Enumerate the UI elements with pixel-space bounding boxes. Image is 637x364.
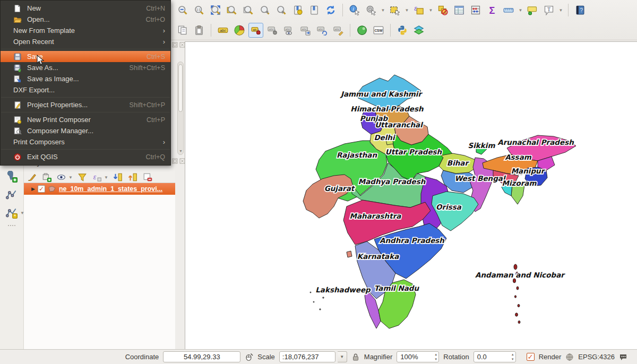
toolbar-separator [211, 24, 211, 37]
layer-diagram-icon[interactable] [232, 23, 247, 38]
scrollbar-down-icon[interactable]: ▼ [179, 149, 183, 153]
zoom-out-icon[interactable] [175, 3, 190, 18]
zoom-actual-icon[interactable]: 1:1 [192, 3, 206, 18]
measure-icon[interactable] [501, 3, 516, 18]
messages-icon[interactable] [619, 353, 627, 361]
rotation-label: Rotation [443, 353, 469, 361]
run-feature-action-icon[interactable] [364, 3, 378, 18]
add-delimited-text-layer-icon[interactable] [5, 170, 19, 184]
zoom-to-selection-icon[interactable] [241, 3, 256, 18]
show-bookmarks-icon[interactable] [307, 3, 322, 18]
measure-icon-dropdown[interactable]: ▼ [518, 3, 523, 18]
remove-layer-icon[interactable] [142, 171, 153, 183]
panel-float-icon[interactable] [172, 40, 178, 50]
layer-expand-icon[interactable]: ▶ [31, 186, 35, 192]
m-new-icon [13, 4, 22, 13]
crs-globe-icon[interactable] [565, 353, 574, 361]
menu-item-save-as[interactable]: Save As...Shift+Ctrl+S [1, 62, 170, 73]
expand-all-icon[interactable] [112, 171, 124, 183]
zoom-last-icon[interactable] [257, 3, 272, 18]
filter-by-expression-icon[interactable]: ε [91, 171, 103, 183]
menu-item-print-composers[interactable]: Print Composers› [1, 136, 170, 148]
layers-plugin-icon[interactable] [411, 23, 426, 38]
identify-features-icon[interactable]: i [347, 3, 362, 18]
collapse-all-icon[interactable] [127, 171, 139, 183]
layer-row[interactable]: ▶✓ne_10m_admin_1_states_provi... [24, 183, 175, 195]
m-open-icon [13, 15, 22, 24]
svg-text:T: T [547, 6, 550, 12]
scale-input[interactable]: :18,076,237 [279, 351, 335, 362]
menu-item-dxf-export[interactable]: DXF Export... [1, 84, 170, 96]
menu-item-project-properties[interactable]: Project Properties...Shift+Ctrl+P [1, 99, 170, 110]
statistical-summary-icon[interactable]: Σ [485, 3, 500, 18]
move-label-icon[interactable]: abc [298, 23, 313, 38]
state-label: Gujarat [324, 184, 355, 193]
magnifier-spinbox[interactable]: 100%▲▼ [397, 351, 439, 362]
quickmapservices-icon[interactable] [355, 23, 369, 38]
paste-style-icon[interactable] [192, 23, 206, 38]
text-annotation-icon-dropdown[interactable]: ▼ [558, 3, 564, 18]
toolbar-separator [350, 24, 350, 37]
change-label-icon[interactable]: abc [331, 23, 346, 38]
copy-style-icon[interactable] [175, 23, 190, 38]
coordinate-label: Coordinate [125, 353, 159, 361]
menu-item-new-from-template[interactable]: New From Template› [1, 25, 170, 36]
lock-scale-icon[interactable] [351, 353, 360, 361]
new-shapefile-layer-icon[interactable] [5, 188, 19, 202]
toolbar-grip[interactable] [8, 225, 15, 226]
menu-item-save-as-image[interactable]: Save as Image... [1, 73, 170, 84]
open-attribute-table-icon[interactable] [452, 3, 467, 18]
select-features-icon-dropdown[interactable]: ▼ [404, 3, 410, 18]
menu-item-open[interactable]: Open...Ctrl+O [1, 14, 170, 25]
metasearch-csw-icon[interactable]: CSW [371, 23, 386, 38]
menu-item-exit-qgis[interactable]: Exit QGISCtrl+Q [1, 151, 170, 162]
menu-item-save[interactable]: SaveCtrl+S [1, 51, 170, 62]
submenu-arrow-icon: › [163, 27, 165, 34]
refresh-icon[interactable] [323, 3, 338, 18]
coordinate-input[interactable]: 54.99,29.33 [163, 351, 240, 362]
select-by-expression-icon[interactable]: ε [411, 3, 426, 18]
zoom-full-icon[interactable] [208, 3, 223, 18]
rotate-label-icon[interactable]: abc [314, 23, 329, 38]
menu-item-open-recent[interactable]: Open Recent› [1, 36, 170, 47]
add-group-icon[interactable] [41, 171, 53, 183]
deselect-all-icon[interactable] [435, 3, 450, 18]
new-bookmark-icon[interactable] [290, 3, 305, 18]
render-checkbox[interactable]: ✓ [527, 353, 535, 361]
svg-text:ε: ε [93, 174, 97, 181]
menu-item-new-print-composer[interactable]: *New Print ComposerCtrl+P [1, 114, 170, 125]
toolbar-separator [342, 4, 343, 16]
menu-item-composer-manager[interactable]: Composer Manager... [1, 125, 170, 136]
python-console-icon[interactable] [395, 23, 410, 38]
pin-labels-icon[interactable]: ab [248, 23, 263, 38]
highlight-pinned-labels-icon[interactable]: abc [281, 23, 296, 38]
pin-unpin-labels-icon[interactable]: abc [265, 23, 280, 38]
state-label: Tamil Nadu [374, 284, 420, 292]
mouse-extent-toggle-icon[interactable] [245, 353, 253, 361]
panel-scrollbar[interactable]: ▼ [177, 62, 184, 155]
rotation-spinbox[interactable]: 0.0▲▼ [474, 351, 516, 362]
zoom-to-layer-icon[interactable] [225, 3, 239, 18]
layer-visibility-checkbox[interactable]: ✓ [38, 185, 45, 193]
filter-by-expression-icon-dropdown[interactable]: ▼ [104, 175, 109, 180]
filter-legend-icon[interactable] [76, 171, 88, 183]
zoom-next-icon[interactable] [274, 3, 289, 18]
layer-labeling-icon[interactable]: abc [216, 23, 230, 38]
select-by-expression-icon-dropdown[interactable]: ▼ [428, 3, 434, 18]
scrollbar-thumb[interactable] [178, 64, 183, 112]
map-tips-icon[interactable] [525, 3, 540, 18]
field-calculator-icon[interactable] [468, 3, 483, 18]
map-canvas[interactable]: Jammu and KashmirHimachal PradeshPunjabU… [185, 41, 637, 349]
text-annotation-icon[interactable]: T [541, 3, 556, 18]
manage-visibility-icon-dropdown[interactable]: ▼ [68, 175, 73, 180]
new-layer-menu-icon[interactable]: *▼ [5, 206, 19, 220]
layers-panel-float-icon[interactable] [172, 157, 178, 166]
style-manager-icon[interactable] [26, 171, 38, 183]
select-features-icon[interactable] [388, 3, 402, 18]
layers-list: ▶✓ne_10m_admin_1_states_provi... [24, 183, 175, 349]
menu-item-new[interactable]: NewCtrl+N [1, 3, 170, 14]
manage-visibility-icon[interactable] [56, 171, 67, 183]
help-contents-icon[interactable]: ? [573, 3, 588, 18]
scale-dropdown-icon[interactable]: ▼ [338, 351, 347, 362]
run-feature-action-icon-dropdown[interactable]: ▼ [380, 3, 386, 18]
